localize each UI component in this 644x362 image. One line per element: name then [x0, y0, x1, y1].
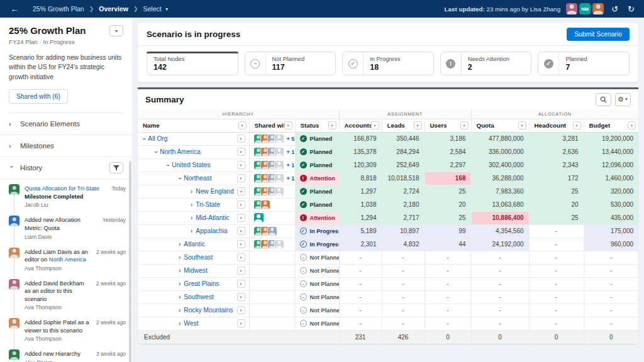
chevron-right-icon[interactable]: › — [179, 281, 180, 287]
redo-icon[interactable]: ↻ — [626, 4, 636, 14]
chevron-right-icon[interactable]: › — [191, 215, 192, 221]
tile-not-planned[interactable]: –Not Planned117 — [245, 52, 336, 75]
breadcrumb-plan[interactable]: 25% Growth Plan — [33, 5, 84, 13]
row-menu-button[interactable]: ▼ — [237, 240, 245, 248]
row-menu-button[interactable]: ▼ — [237, 227, 245, 235]
chevron-right-icon[interactable]: › — [179, 294, 180, 300]
row-menu-button[interactable]: ▼ — [237, 161, 245, 169]
chevron-down-icon[interactable]: › — [177, 177, 183, 179]
row-menu-button[interactable]: ▼ — [237, 253, 245, 261]
tile-planned[interactable]: ✓Planned7 — [538, 52, 630, 75]
user-avatar[interactable] — [592, 3, 604, 14]
chevron-right-icon[interactable]: › — [179, 307, 180, 314]
users-cell: - — [425, 277, 471, 290]
breadcrumb-select[interactable]: Select — [143, 5, 162, 13]
column-menu-button[interactable]: ▼ — [414, 121, 422, 129]
node-name-link[interactable]: Atlantic — [184, 241, 204, 248]
chevron-right-icon[interactable]: › — [179, 321, 180, 327]
row-menu-button[interactable]: ▼ — [237, 319, 245, 327]
tile-in-progress[interactable]: ✓In Progress18 — [342, 52, 434, 75]
node-name-link[interactable]: All Org — [148, 135, 167, 142]
node-name-link[interactable]: Northeast — [184, 175, 211, 182]
chevron-right-icon[interactable]: › — [179, 255, 180, 261]
submit-scenario-button[interactable]: Submit Scenario — [567, 28, 630, 41]
column-menu-button[interactable]: ▼ — [460, 121, 469, 129]
column-menu-button[interactable]: ▼ — [238, 121, 247, 129]
chevron-down-icon[interactable]: › — [165, 164, 171, 166]
tile-needs-attention[interactable]: !Needs Attention2 — [440, 52, 532, 75]
node-name-link[interactable]: Rocky Mountains — [184, 307, 233, 314]
chevron-right-icon[interactable]: › — [191, 189, 192, 195]
section-history[interactable]: › History — [0, 157, 132, 179]
column-menu-button[interactable]: ▼ — [371, 121, 379, 129]
node-name-link[interactable]: North America — [160, 148, 201, 155]
tile-total-nodes[interactable]: Total Nodes142 — [147, 52, 238, 75]
more-collaborators-count[interactable]: + 1 — [287, 162, 295, 168]
history-link[interactable]: North America — [49, 256, 86, 263]
chevron-right-icon[interactable]: › — [191, 202, 192, 208]
chevron-down-icon[interactable]: ▼ — [165, 7, 169, 11]
more-collaborators-count[interactable]: + 1 — [287, 175, 295, 182]
shared-with-button[interactable]: Shared with (6) — [9, 89, 68, 104]
column-label: Users — [430, 122, 447, 129]
chevron-right-icon[interactable]: › — [179, 241, 180, 248]
node-name-link[interactable]: Midwest — [184, 267, 207, 274]
column-menu-button[interactable]: ▼ — [518, 121, 526, 129]
column-menu-button[interactable]: ▼ — [328, 121, 336, 129]
node-name-link[interactable]: Tri-State — [196, 201, 220, 208]
chevron-right-icon[interactable]: › — [191, 228, 192, 234]
node-name-link[interactable]: Great Plains — [184, 280, 219, 287]
status-cell: –Not Planned — [295, 264, 339, 277]
row-menu-button[interactable]: ▼ — [237, 200, 245, 209]
search-button[interactable] — [596, 93, 611, 106]
node-name-link[interactable]: New England — [196, 188, 234, 195]
plan-menu-button[interactable]: ▼ — [109, 25, 123, 36]
filter-button[interactable] — [109, 162, 123, 173]
chevron-down-icon[interactable]: › — [141, 138, 147, 140]
node-name-link[interactable]: Southeast — [184, 254, 213, 261]
node-name-link[interactable]: United States — [172, 162, 210, 168]
column-menu-button[interactable]: ▼ — [628, 121, 636, 129]
row-menu-button[interactable]: ▼ — [237, 280, 245, 288]
node-name-link[interactable]: Appalachia — [196, 228, 227, 234]
row-menu-button[interactable]: ▼ — [237, 306, 245, 314]
chevron-down-icon[interactable]: › — [153, 151, 159, 153]
more-collaborators-count[interactable]: + 5 — [287, 136, 295, 142]
breadcrumb-overview[interactable]: Overview — [99, 5, 128, 13]
row-menu-button[interactable]: ▼ — [237, 134, 245, 143]
user-avatar[interactable] — [275, 174, 284, 183]
user-avatar[interactable] — [566, 3, 577, 14]
row-menu-button[interactable]: ▼ — [237, 266, 245, 275]
section-scenario-elements[interactable]: ›Scenario Elements — [0, 113, 132, 135]
user-avatar[interactable] — [275, 148, 284, 156]
user-avatar[interactable] — [275, 240, 284, 249]
more-collaborators-count[interactable]: + 1 — [287, 149, 295, 155]
user-icon-avatar[interactable] — [254, 213, 264, 222]
section-milestones[interactable]: ›Milestones — [0, 135, 132, 157]
node-name-link[interactable]: Mid-Atlantic — [196, 214, 229, 221]
user-avatar[interactable]: NM — [579, 3, 591, 14]
group-header-hierarchy: Hierarchy — [138, 109, 339, 119]
chevron-right-icon[interactable]: › — [179, 268, 180, 274]
node-name-link[interactable]: Southwest — [184, 293, 214, 300]
user-avatar[interactable] — [275, 161, 284, 170]
column-menu-button[interactable]: ▼ — [284, 121, 292, 129]
undo-icon[interactable]: ↺ — [609, 4, 620, 14]
row-menu-button[interactable]: ▼ — [237, 214, 245, 222]
quota-cell: 10,886,400 — [471, 211, 529, 224]
back-arrow-icon[interactable]: ← — [8, 4, 21, 14]
row-menu-button[interactable]: ▼ — [237, 187, 245, 195]
user-avatar[interactable] — [275, 134, 284, 143]
row-menu-button[interactable]: ▼ — [237, 293, 245, 301]
settings-button[interactable]: ⚙ ▼ — [615, 93, 631, 106]
row-menu-button[interactable]: ▼ — [237, 174, 245, 182]
breadcrumb: 25% Growth Plan ❯ Overview ❯ Select ▼ — [33, 5, 169, 13]
column-menu-button[interactable]: ▼ — [573, 121, 581, 129]
history-link[interactable]: Quota Allocation for Tri-State — [25, 185, 99, 192]
user-avatar[interactable] — [275, 187, 284, 196]
sidebar-scrollbar[interactable] — [129, 161, 131, 362]
user-avatar[interactable] — [268, 227, 277, 236]
user-avatar[interactable] — [261, 200, 270, 209]
node-name-link[interactable]: West — [184, 320, 198, 327]
row-menu-button[interactable]: ▼ — [237, 148, 245, 156]
